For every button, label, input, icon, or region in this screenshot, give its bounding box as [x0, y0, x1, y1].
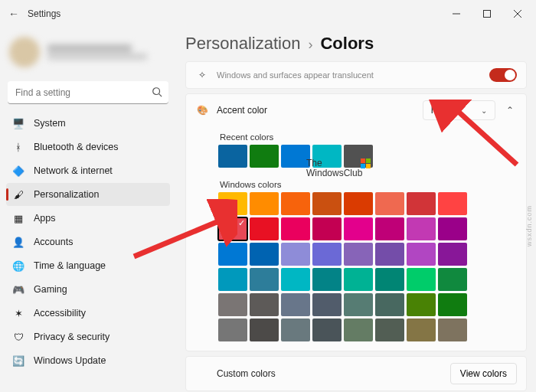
color-swatch[interactable] [344, 318, 373, 341]
watermark: wsxdn.com [525, 205, 533, 247]
svg-rect-8 [361, 164, 365, 168]
sidebar-item-label: Windows Update [34, 355, 106, 366]
sidebar-item-label: Privacy & security [34, 332, 109, 342]
recent-colors-label: Recent colors [220, 132, 517, 142]
sidebar-item-label: Apps [34, 213, 56, 224]
color-swatch[interactable] [375, 268, 404, 291]
color-swatch[interactable] [250, 318, 279, 341]
color-swatch[interactable] [281, 268, 310, 291]
color-swatch[interactable] [375, 243, 404, 266]
back-button[interactable]: ← [3, 3, 25, 24]
custom-colors-card: Custom colors View colors [185, 356, 527, 391]
palette-icon: 🎨 [195, 103, 209, 117]
color-swatch[interactable] [375, 318, 404, 341]
color-swatch[interactable] [250, 293, 279, 316]
nav-icon: 🛡 [12, 331, 25, 343]
color-swatch[interactable] [312, 268, 342, 291]
color-swatch[interactable] [218, 192, 247, 215]
color-swatch[interactable] [281, 217, 310, 240]
color-swatch[interactable] [344, 268, 373, 291]
sidebar-item-label: Accessibility [34, 308, 86, 318]
color-swatch[interactable] [407, 192, 436, 215]
collapse-icon[interactable]: ⌃ [503, 105, 517, 116]
maximize-button[interactable] [472, 3, 502, 24]
view-colors-button[interactable]: View colors [450, 363, 517, 384]
color-swatch[interactable] [438, 217, 467, 240]
minimize-button[interactable] [441, 3, 472, 24]
nav-icon: ▦ [12, 212, 25, 224]
color-swatch[interactable] [375, 192, 404, 215]
color-swatch[interactable] [407, 243, 436, 266]
windows-colors [218, 192, 471, 341]
color-swatch[interactable] [438, 192, 467, 215]
color-swatch[interactable] [438, 318, 467, 341]
close-button[interactable] [502, 3, 533, 24]
sidebar-item-label: Network & internet [34, 165, 113, 176]
breadcrumb-parent[interactable]: Personalization [185, 34, 300, 54]
color-swatch[interactable] [250, 243, 279, 266]
color-swatch[interactable] [218, 243, 247, 266]
color-swatch[interactable] [407, 217, 436, 240]
user-block[interactable] [6, 32, 170, 78]
sidebar-item-system[interactable]: 🖥️System [6, 112, 170, 135]
svg-rect-7 [366, 158, 371, 163]
color-swatch[interactable] [281, 192, 310, 215]
color-swatch[interactable] [407, 268, 436, 291]
color-swatch[interactable] [344, 192, 373, 215]
color-swatch[interactable] [312, 318, 342, 341]
color-swatch[interactable] [250, 145, 279, 168]
sidebar: 🖥️SystemᚼBluetooth & devices🔷Network & i… [0, 28, 176, 392]
sidebar-item-privacy-security[interactable]: 🛡Privacy & security [6, 325, 170, 348]
color-swatch[interactable] [281, 293, 310, 316]
titlebar: ← Settings [0, 0, 536, 28]
sidebar-item-label: Bluetooth & devices [34, 142, 119, 152]
color-swatch[interactable] [218, 217, 247, 240]
color-swatch[interactable] [375, 293, 404, 316]
nav-icon: 🔷 [12, 165, 25, 177]
sidebar-item-bluetooth-devices[interactable]: ᚼBluetooth & devices [6, 136, 170, 158]
sidebar-item-windows-update[interactable]: 🔄Windows Update [6, 349, 170, 372]
color-swatch[interactable] [438, 293, 467, 316]
accent-mode-dropdown[interactable]: Manual ⌄ [423, 100, 495, 120]
sidebar-item-accessibility[interactable]: ✶Accessibility [6, 302, 170, 325]
color-swatch[interactable] [312, 192, 342, 215]
color-swatch[interactable] [312, 293, 342, 316]
svg-rect-6 [361, 158, 365, 163]
color-swatch[interactable] [407, 293, 436, 316]
color-swatch[interactable] [218, 268, 247, 291]
color-swatch[interactable] [218, 293, 247, 316]
nav-icon: 🌐 [12, 260, 25, 272]
search-input[interactable] [8, 81, 168, 104]
color-swatch[interactable] [344, 293, 373, 316]
sidebar-item-accounts[interactable]: 👤Accounts [6, 230, 170, 253]
color-swatch[interactable] [407, 318, 436, 341]
search-box[interactable] [8, 81, 168, 104]
sidebar-item-network-internet[interactable]: 🔷Network & internet [6, 159, 170, 182]
sidebar-item-time-language[interactable]: 🌐Time & language [6, 254, 170, 277]
color-swatch[interactable] [281, 318, 310, 341]
color-swatch[interactable] [250, 268, 279, 291]
color-swatch[interactable] [375, 217, 404, 240]
transparency-sub: Windows and surfaces appear translucent [217, 70, 374, 80]
color-swatch[interactable] [250, 217, 279, 240]
nav-icon: 🖌 [12, 188, 25, 201]
accent-card: 🎨 Accent color Manual ⌄ ⌃ Recent colors … [185, 93, 527, 351]
sidebar-item-personalization[interactable]: 🖌Personalization [6, 183, 170, 206]
color-swatch[interactable] [312, 217, 342, 240]
accent-label: Accent color [217, 105, 267, 116]
color-swatch[interactable] [218, 318, 247, 341]
color-swatch[interactable] [218, 145, 247, 168]
color-swatch[interactable] [250, 192, 279, 215]
color-swatch[interactable] [344, 243, 373, 266]
sidebar-item-apps[interactable]: ▦Apps [6, 207, 170, 230]
nav: 🖥️SystemᚼBluetooth & devices🔷Network & i… [6, 112, 170, 372]
color-swatch[interactable] [312, 243, 342, 266]
color-swatch[interactable] [438, 268, 467, 291]
transparency-toggle[interactable] [489, 68, 517, 82]
color-swatch[interactable] [344, 217, 373, 240]
color-swatch[interactable] [281, 243, 310, 266]
svg-rect-9 [366, 164, 371, 168]
sidebar-item-label: Gaming [34, 284, 67, 295]
sidebar-item-gaming[interactable]: 🎮Gaming [6, 278, 170, 301]
color-swatch[interactable] [438, 243, 467, 266]
